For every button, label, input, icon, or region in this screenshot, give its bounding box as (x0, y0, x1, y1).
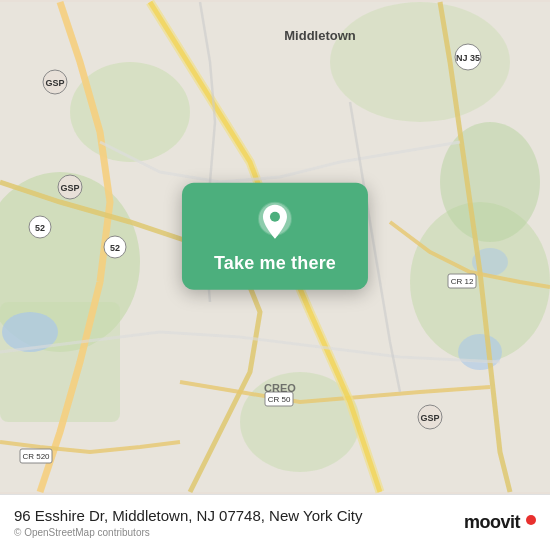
app: GSP GSP GSP 52 52 NJ 35 CR 12 CR 50 (0, 0, 550, 550)
moovit-logo-dot (526, 515, 536, 525)
svg-point-6 (330, 2, 510, 122)
svg-text:GSP: GSP (60, 183, 79, 193)
svg-text:52: 52 (110, 243, 120, 253)
svg-point-33 (270, 212, 280, 222)
moovit-logo: moovit (464, 512, 536, 533)
moovit-logo-text: moovit (464, 512, 520, 533)
svg-text:GSP: GSP (420, 413, 439, 423)
svg-text:Middletown: Middletown (284, 28, 356, 43)
svg-text:CR 12: CR 12 (451, 277, 474, 286)
location-pin-icon (253, 201, 297, 245)
address-text: 96 Esshire Dr, Middletown, NJ 07748, New… (14, 507, 363, 524)
svg-text:CR 520: CR 520 (22, 452, 50, 461)
address-block: 96 Esshire Dr, Middletown, NJ 07748, New… (14, 507, 363, 538)
svg-text:CREO: CREO (264, 382, 296, 394)
bottom-bar: 96 Esshire Dr, Middletown, NJ 07748, New… (0, 494, 550, 550)
take-me-there-button-label: Take me there (214, 253, 336, 274)
svg-point-9 (458, 334, 502, 370)
svg-text:GSP: GSP (45, 78, 64, 88)
svg-text:NJ 35: NJ 35 (456, 53, 480, 63)
svg-text:CR 50: CR 50 (268, 395, 291, 404)
svg-text:52: 52 (35, 223, 45, 233)
svg-point-5 (70, 62, 190, 162)
svg-point-7 (440, 122, 540, 242)
copyright-text: © OpenStreetMap contributors (14, 527, 363, 538)
map-container: GSP GSP GSP 52 52 NJ 35 CR 12 CR 50 (0, 0, 550, 494)
take-me-there-card[interactable]: Take me there (182, 183, 368, 290)
